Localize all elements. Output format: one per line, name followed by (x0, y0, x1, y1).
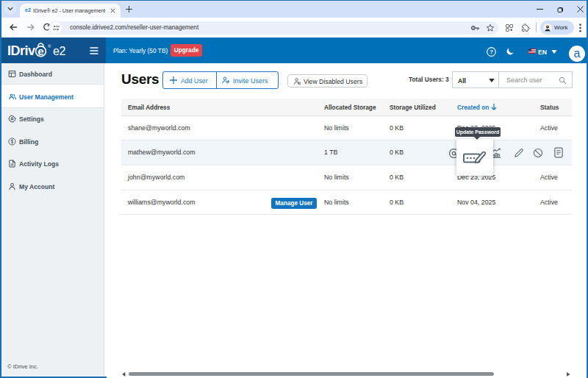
svg-text:?: ? (490, 49, 493, 55)
svg-text:e: e (37, 45, 43, 57)
